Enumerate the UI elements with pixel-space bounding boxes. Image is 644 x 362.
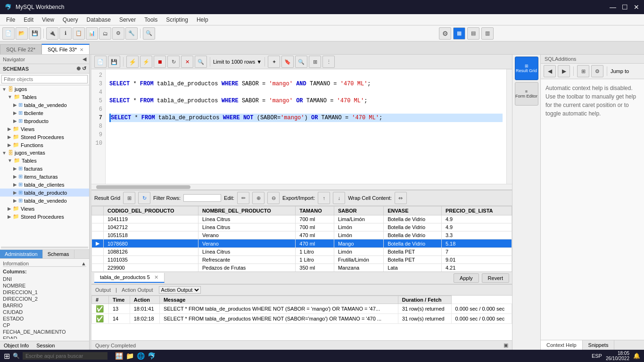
result-tab-close[interactable]: ✕ [154,274,158,280]
start-icon[interactable]: ⊞ [4,352,10,361]
edit-btn2[interactable]: ⊕ [252,192,264,204]
sql-exec-btn[interactable]: ⚡ [126,56,139,68]
sql-explain-btn[interactable]: 🔍 [195,56,207,68]
table-row[interactable]: 229900 Pedazos de Frutas 350 ml Manzana … [92,264,512,272]
right-back-btn[interactable]: ◀ [544,65,556,77]
menu-file[interactable]: File [2,16,19,24]
result-tab-productos[interactable]: tabla_de_productos 5 ✕ [94,273,165,283]
menu-scripting[interactable]: Scripting [162,16,192,24]
sql-refresh-btn[interactable]: ↻ [167,56,180,68]
sql-cancel-btn[interactable]: ✕ [181,56,193,68]
menu-help[interactable]: Help [193,16,212,24]
export-btn[interactable]: ↑ [318,192,330,204]
menu-server[interactable]: Server [116,16,140,24]
edit-btn3[interactable]: ⊖ [267,192,280,204]
sql-more-btn[interactable]: ⋮ [322,56,335,68]
h-scroll-thumb[interactable] [96,185,190,189]
right-fwd-btn[interactable]: ▶ [558,65,570,77]
stored-proc-jv[interactable]: ▶ 📁 Stored Procedures [0,213,89,221]
sql-new-btn[interactable]: 📄 [94,56,107,68]
taskbar-icon-workbench[interactable]: 🐬 [148,352,156,360]
sql-search2-btn[interactable]: 🔍 [295,56,307,68]
layout-btn1[interactable]: ▦ [453,27,465,40]
table-vendedo[interactable]: ▶ ⊞ tabla_de_vendedo [0,101,89,109]
taskbar-icon-windows[interactable]: 🪟 [115,352,123,360]
form-editor-action-btn[interactable]: ≡ Form Editor [515,82,538,106]
tool-table2[interactable]: 📊 [86,27,98,40]
tool-info[interactable]: ℹ [59,27,72,40]
apply-btn[interactable]: Apply [454,273,479,283]
wrap-btn[interactable]: ⇔ [395,192,407,204]
taskbar-icon-edge[interactable]: 🌐 [137,352,145,360]
col-header-precio[interactable]: PRECIO_DE_LISTA [441,206,512,215]
search-input[interactable] [1,75,88,83]
table-row[interactable]: 1041119 Línea Citrus 700 ml Lima/Limón B… [92,215,512,223]
menu-tools[interactable]: Tools [140,16,161,24]
revert-btn[interactable]: Revert [482,273,509,283]
maximize-btn[interactable]: ☐ [622,3,628,11]
tab-close-2[interactable]: ✕ [80,47,83,52]
table-row-selected[interactable]: ▶ 1078680 Verano 470 ml Mango Botella de… [92,239,512,248]
functions-jugos[interactable]: ▶ 📁 Functions [0,141,89,149]
table-tbproducto[interactable]: ▶ ⊞ tbproducto [0,117,89,125]
schema-jugos[interactable]: ▼ 🗄 jugos [0,85,89,93]
import-btn[interactable]: ↓ [333,192,345,204]
sql-grid-btn[interactable]: ⊞ [309,56,321,68]
session-tab[interactable]: Session [33,341,58,350]
tool-table3[interactable]: 🗂 [99,27,111,40]
info-expand-icon[interactable]: ▲ [81,261,86,266]
table-productos[interactable]: ▶ ⊞ tabla_de_producto [0,189,89,197]
table-row[interactable]: 1088126 Línea Citrus 1 Litro Limón Botel… [92,248,512,256]
tool-connect[interactable]: 🔌 [46,27,58,40]
filter-rows-input[interactable] [183,194,221,202]
object-info-tab[interactable]: Object Info [0,341,33,350]
notification-icon[interactable]: 🔔 [633,353,640,359]
taskbar-icon-files[interactable]: 📁 [126,352,134,360]
tool-save[interactable]: 💾 [29,27,41,40]
action-output-select[interactable]: Action Output [159,286,201,294]
output-row[interactable]: ✅ 13 18:01:41 SELECT * FROM tabla_de_pro… [92,304,512,314]
menu-database[interactable]: Database [83,16,115,24]
h-scrollbar[interactable] [91,184,512,189]
table-tbcliente[interactable]: ▶ ⊞ tbcliente [0,109,89,117]
tool-table[interactable]: 📋 [73,27,85,40]
tab-sqlfile22[interactable]: SQL File 22* [0,44,41,54]
menu-view[interactable]: View [38,16,58,24]
tables-group-jv[interactable]: ▼ 📁 Tables [0,156,89,165]
tool-table5[interactable]: 🔧 [125,27,138,40]
tool-table4[interactable]: ⚙ [112,27,124,40]
sql-bookmark-btn[interactable]: 🔖 [281,56,294,68]
menu-edit[interactable]: Edit [20,16,37,24]
editor-scrollbar[interactable] [506,69,512,184]
layout-btn2[interactable]: ▤ [467,27,479,40]
result-grid-btn[interactable]: ⊞ [123,192,135,204]
result-refresh-btn[interactable]: ↻ [138,192,150,204]
col-header-tamano[interactable]: TAMANO [296,206,334,215]
col-header-nombre[interactable]: NOMBRE_DEL_PRODUCTO [198,206,295,215]
table-vendedo-jv[interactable]: ▶ ⊞ tabla_de_vendedo [0,197,89,205]
limit-dropdown-icon[interactable]: ▼ [256,59,262,65]
sql-save-btn[interactable]: 💾 [108,56,120,68]
snippets-tab[interactable]: Snippets [583,340,615,350]
table-row[interactable]: 1042712 Línea Citrus 700 ml Limón Botell… [92,223,512,231]
table-row[interactable]: 1101035 Refrescante 1 Litro Frutilla/Lim… [92,256,512,264]
tables-group-jugos[interactable]: ▼ 📁 Tables [0,93,89,101]
table-row[interactable]: 1051518 Verano 470 ml Limón Botella de V… [92,231,512,239]
admin-tab[interactable]: Administration [0,250,43,258]
navigator-expand-icon[interactable]: ◀ [83,56,86,62]
schema-jugos-ventas[interactable]: ▼ 🗄 jugos_ventas [0,149,89,156]
views-group-jv[interactable]: ▶ 📁 Views [0,205,89,213]
output-row[interactable]: ✅ 14 18:02:18 SELECT * FROM tabla_de_pro… [92,314,512,324]
sql-content[interactable]: SELECT * FROM tabla_de_productos WHERE S… [106,69,506,184]
col-header-sabor[interactable]: SABOR [334,206,383,215]
col-header-envase[interactable]: ENVASE [384,206,442,215]
close-btn[interactable]: ✕ [634,3,639,11]
layout-btn3[interactable]: ▥ [481,27,494,40]
views-group-jugos[interactable]: ▶ 📁 Views [0,125,89,133]
schemas-add-icon[interactable]: ⊕ ↺ [76,66,86,72]
table-facturas[interactable]: ▶ ⊞ facturas [0,165,89,173]
table-items-facturas[interactable]: ▶ ⊞ items_facturas [0,173,89,181]
right-btn1[interactable]: ⊞ [577,65,589,77]
taskbar-search[interactable] [23,352,107,360]
sql-exec-sel-btn[interactable]: ⚡ [140,56,152,68]
